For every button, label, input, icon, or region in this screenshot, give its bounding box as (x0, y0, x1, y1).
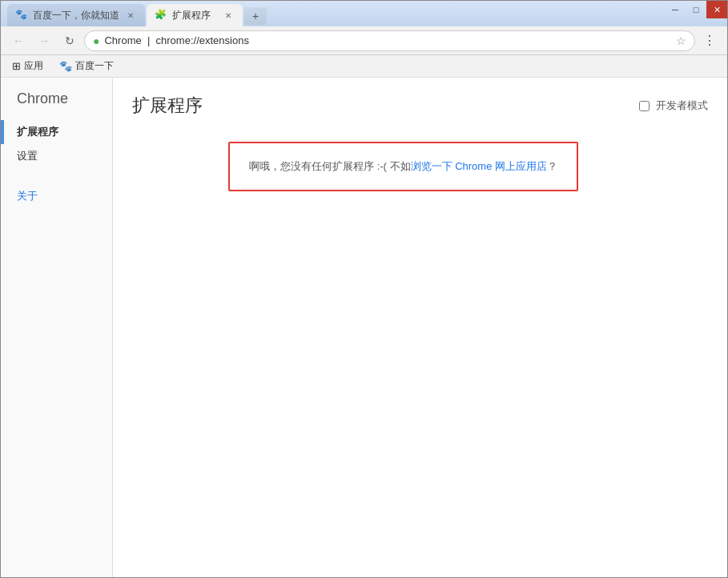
forward-button[interactable]: → (33, 30, 55, 52)
new-tab-button[interactable]: + (244, 7, 267, 25)
sidebar-title: Chrome (1, 90, 112, 120)
address-separator: | (144, 34, 155, 46)
tab-extensions-title: 扩展程序 (172, 9, 217, 22)
address-url: chrome://extensions (156, 34, 249, 46)
address-chrome-label: Chrome (104, 34, 141, 46)
empty-sad-face: :-( (377, 160, 387, 172)
tab-extensions-icon: 🧩 (155, 9, 167, 22)
bookmarks-bar: ⊞ 应用 🐾 百度一下 (1, 55, 727, 78)
sidebar-item-settings[interactable]: 设置 (1, 144, 112, 168)
address-bar[interactable]: ● Chrome | chrome://extensions ☆ (84, 30, 695, 51)
page-header: 扩展程序 开发者模式 (132, 94, 708, 118)
developer-mode-label: 开发者模式 (656, 98, 708, 113)
empty-suffix: ？ (547, 160, 557, 172)
sidebar: Chrome 扩展程序 设置 关于 (1, 78, 113, 577)
content-area: Chrome 扩展程序 设置 关于 扩展程序 开发者模式 啊哦，您没有任何扩展程… (1, 78, 727, 577)
apps-icon: ⊞ (12, 60, 21, 72)
tab-extensions[interactable]: 🧩 扩展程序 ✕ (147, 4, 243, 26)
title-bar: 🐾 百度一下，你就知道 ✕ 🧩 扩展程序 ✕ + ─ □ ✕ (1, 1, 727, 26)
page-title: 扩展程序 (132, 94, 203, 118)
sidebar-item-extensions[interactable]: 扩展程序 (1, 120, 112, 144)
close-button[interactable]: ✕ (706, 1, 727, 18)
baidu-icon: 🐾 (59, 60, 72, 72)
main-content: 扩展程序 开发者模式 啊哦，您没有任何扩展程序 :-( 不如浏览一下 Chrom… (113, 78, 727, 577)
window-controls: ─ □ ✕ (665, 1, 727, 18)
baidu-label: 百度一下 (75, 59, 114, 73)
extension-empty-text: 啊哦，您没有任何扩展程序 :-( 不如浏览一下 Chrome 网上应用店？ (249, 160, 557, 172)
tab-baidu[interactable]: 🐾 百度一下，你就知道 ✕ (7, 4, 145, 26)
minimize-button[interactable]: ─ (665, 1, 686, 18)
bookmark-star-icon[interactable]: ☆ (676, 34, 686, 47)
sidebar-nav: 扩展程序 设置 关于 (1, 120, 112, 208)
sidebar-item-about[interactable]: 关于 (1, 184, 112, 208)
apps-label: 应用 (24, 59, 43, 73)
bookmark-apps[interactable]: ⊞ 应用 (7, 58, 48, 74)
tab-baidu-title: 百度一下，你就知道 (33, 9, 119, 22)
tab-baidu-icon: 🐾 (15, 9, 28, 22)
nav-bar: ← → ↻ ● Chrome | chrome://extensions ☆ ⋮ (1, 26, 727, 55)
bookmark-baidu[interactable]: 🐾 百度一下 (54, 58, 119, 74)
maximize-button[interactable]: □ (686, 1, 706, 18)
tab-extensions-close[interactable]: ✕ (222, 9, 235, 22)
developer-mode-section: 开发者模式 (639, 98, 708, 113)
address-text: Chrome | chrome://extensions (104, 34, 671, 46)
chrome-webstore-link[interactable]: 浏览一下 Chrome 网上应用店 (411, 160, 547, 172)
chrome-menu-button[interactable]: ⋮ (698, 30, 721, 52)
extension-empty-box: 啊哦，您没有任何扩展程序 :-( 不如浏览一下 Chrome 网上应用店？ (228, 142, 578, 191)
empty-middle-text: 不如 (387, 160, 411, 172)
secure-icon: ● (93, 34, 99, 47)
reload-button[interactable]: ↻ (58, 30, 81, 52)
developer-mode-checkbox[interactable] (639, 101, 650, 111)
browser-window: 🐾 百度一下，你就知道 ✕ 🧩 扩展程序 ✕ + ─ □ ✕ ← → ↻ ● (0, 0, 728, 578)
back-button[interactable]: ← (7, 30, 30, 52)
tab-baidu-close[interactable]: ✕ (124, 9, 137, 22)
tabs-container: 🐾 百度一下，你就知道 ✕ 🧩 扩展程序 ✕ + (4, 1, 270, 26)
empty-prefix: 啊哦，您没有任何扩展程序 (249, 160, 377, 172)
